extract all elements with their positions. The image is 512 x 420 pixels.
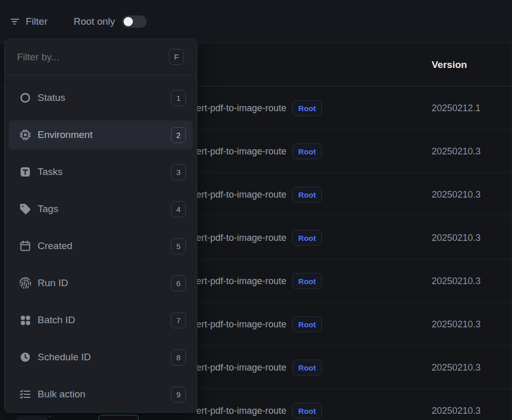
root-badge: Root [292,230,322,246]
shortcut-badge: 4 [171,201,186,217]
version-value: 20250210.3 [432,232,481,243]
root-badge: Root [292,402,322,418]
version-value: 20250210.3 [432,275,481,286]
task-cell: ert-pdf-to-image-route Root [196,402,322,418]
task-name: ert-pdf-to-image-route [196,102,286,113]
task-name: ert-pdf-to-image-route [196,362,286,373]
version-value: 20250210.3 [432,405,481,416]
version-value: 20250210.3 [432,362,481,373]
partial-status-dot [49,416,50,417]
root-badge: Root [292,186,322,202]
shortcut-badge: 9 [171,387,186,402]
filter-search-field[interactable]: Filter by... F [5,39,197,75]
root-badge: Root [292,143,322,159]
root-badge: Root [292,316,322,332]
partial-environment-badge [98,415,139,420]
toggle-knob [124,17,133,26]
menu-item-label: Status [38,92,65,103]
filter-lines-icon [9,16,21,27]
filter-button-label: Filter [26,16,47,27]
filter-menu-item[interactable]: Environment 2 [9,120,193,149]
filter-menu-item[interactable]: Schedule ID 8 [9,343,193,372]
task-name: ert-pdf-to-image-route [196,146,286,156]
shortcut-badge: 5 [171,238,186,254]
root-only-toggle[interactable] [122,15,147,28]
task-name: ert-pdf-to-image-route [196,275,286,286]
task-cell: ert-pdf-to-image-route Root [196,143,322,159]
task-cell: ert-pdf-to-image-route Root [196,186,322,202]
clock-icon [19,351,31,363]
filter-menu-item[interactable]: Run ID 6 [9,269,193,297]
task-cell: ert-pdf-to-image-route Root [196,273,322,289]
shortcut-badge: 2 [171,127,186,143]
task-cell: ert-pdf-to-image-route Root [196,316,322,332]
shortcut-badge: 6 [171,275,186,291]
filter-menu-item[interactable]: Batch ID 7 [9,306,193,335]
status-circle-icon [19,92,31,104]
root-badge: Root [292,359,322,375]
version-value: 20250212.1 [432,102,481,113]
root-only-control: Root only [74,14,147,29]
filter-menu-item[interactable]: Status 1 [9,83,193,112]
task-name: ert-pdf-to-image-route [196,319,286,329]
task-name: ert-pdf-to-image-route [196,232,286,243]
filter-menu-item[interactable]: Tags 4 [9,195,193,223]
task-cell: ert-pdf-to-image-route Root [196,100,322,116]
cpu-icon [19,129,31,141]
partial-row-pill [16,415,47,420]
shortcut-badge: 7 [171,312,186,328]
menu-item-label: Batch ID [38,314,75,326]
checklist-icon [19,388,31,400]
fingerprint-icon [19,277,31,289]
root-badge: Root [292,100,322,116]
root-only-label: Root only [74,16,115,27]
task-cell: ert-pdf-to-image-route Root [196,230,322,246]
menu-item-label: Tags [38,203,58,215]
version-value: 20250210.3 [432,146,481,156]
shortcut-badge: 3 [171,164,186,180]
menu-item-label: Schedule ID [38,352,91,363]
menu-item-label: Tasks [38,166,63,178]
filter-menu-item[interactable]: Created 5 [9,232,193,260]
root-badge: Root [292,273,322,289]
tag-icon [19,203,31,215]
task-square-icon [19,166,31,178]
version-value: 20250210.3 [432,189,481,200]
shortcut-badge: 8 [171,349,186,365]
filter-menu-item[interactable]: Tasks 3 [9,157,193,186]
version-value: 20250210.3 [432,319,481,329]
shortcut-badge-f: F [169,49,184,65]
grid-icon [19,314,31,326]
filter-search-placeholder: Filter by... [17,51,169,63]
menu-item-label: Created [38,240,73,252]
filter-menu-list: Status 1 Environment 2 Tasks 3 Tags 4 [5,75,197,413]
filter-menu-item[interactable]: Bulk action 9 [9,380,193,409]
task-cell: ert-pdf-to-image-route Root [196,359,322,375]
calendar-icon [19,240,31,252]
filter-dropdown: Filter by... F Status 1 Environment 2 Ta… [4,39,197,413]
menu-item-label: Run ID [38,277,68,289]
menu-item-label: Environment [38,129,93,141]
menu-item-label: Bulk action [38,389,86,400]
version-column-header: Version [432,59,467,71]
shortcut-badge: 1 [171,90,186,106]
toolbar: Filter Root only [0,0,512,43]
task-name: ert-pdf-to-image-route [196,405,286,416]
filter-button[interactable]: Filter [9,14,47,29]
task-name: ert-pdf-to-image-route [196,189,286,200]
